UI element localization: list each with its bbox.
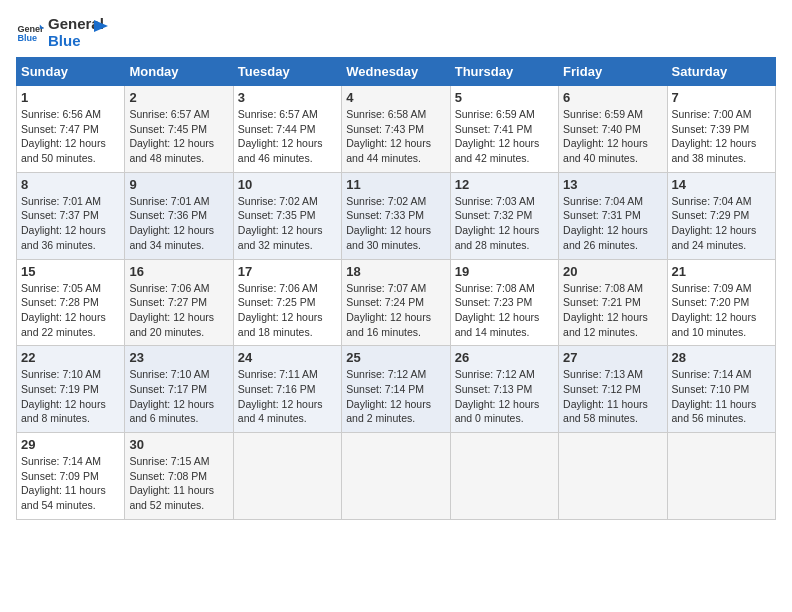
day-detail: Sunrise: 7:03 AMSunset: 7:32 PMDaylight:… [455,195,540,251]
day-cell-9: 9 Sunrise: 7:01 AMSunset: 7:36 PMDayligh… [125,172,233,259]
day-cell-29: 29 Sunrise: 7:14 AMSunset: 7:09 PMDaylig… [17,433,125,520]
day-detail: Sunrise: 7:11 AMSunset: 7:16 PMDaylight:… [238,368,323,424]
day-cell-20: 20 Sunrise: 7:08 AMSunset: 7:21 PMDaylig… [559,259,667,346]
day-detail: Sunrise: 6:57 AMSunset: 7:44 PMDaylight:… [238,108,323,164]
day-detail: Sunrise: 6:59 AMSunset: 7:40 PMDaylight:… [563,108,648,164]
day-detail: Sunrise: 6:56 AMSunset: 7:47 PMDaylight:… [21,108,106,164]
day-cell-17: 17 Sunrise: 7:06 AMSunset: 7:25 PMDaylig… [233,259,341,346]
day-detail: Sunrise: 7:15 AMSunset: 7:08 PMDaylight:… [129,455,214,511]
day-detail: Sunrise: 7:08 AMSunset: 7:23 PMDaylight:… [455,282,540,338]
day-detail: Sunrise: 7:02 AMSunset: 7:35 PMDaylight:… [238,195,323,251]
day-number: 14 [672,177,771,192]
header-friday: Friday [559,58,667,86]
day-cell-14: 14 Sunrise: 7:04 AMSunset: 7:29 PMDaylig… [667,172,775,259]
day-number: 10 [238,177,337,192]
day-cell-24: 24 Sunrise: 7:11 AMSunset: 7:16 PMDaylig… [233,346,341,433]
header-saturday: Saturday [667,58,775,86]
day-cell-11: 11 Sunrise: 7:02 AMSunset: 7:33 PMDaylig… [342,172,450,259]
day-cell-8: 8 Sunrise: 7:01 AMSunset: 7:37 PMDayligh… [17,172,125,259]
day-cell-19: 19 Sunrise: 7:08 AMSunset: 7:23 PMDaylig… [450,259,558,346]
day-cell-4: 4 Sunrise: 6:58 AMSunset: 7:43 PMDayligh… [342,86,450,173]
day-cell-28: 28 Sunrise: 7:14 AMSunset: 7:10 PMDaylig… [667,346,775,433]
day-cell-2: 2 Sunrise: 6:57 AMSunset: 7:45 PMDayligh… [125,86,233,173]
header-tuesday: Tuesday [233,58,341,86]
day-number: 16 [129,264,228,279]
day-detail: Sunrise: 7:12 AMSunset: 7:14 PMDaylight:… [346,368,431,424]
day-number: 5 [455,90,554,105]
header-thursday: Thursday [450,58,558,86]
day-cell-16: 16 Sunrise: 7:06 AMSunset: 7:27 PMDaylig… [125,259,233,346]
day-number: 29 [21,437,120,452]
day-cell-30: 30 Sunrise: 7:15 AMSunset: 7:08 PMDaylig… [125,433,233,520]
day-number: 3 [238,90,337,105]
svg-text:Blue: Blue [17,33,37,43]
day-detail: Sunrise: 7:14 AMSunset: 7:10 PMDaylight:… [672,368,757,424]
day-number: 25 [346,350,445,365]
day-cell-5: 5 Sunrise: 6:59 AMSunset: 7:41 PMDayligh… [450,86,558,173]
day-number: 8 [21,177,120,192]
day-cell-10: 10 Sunrise: 7:02 AMSunset: 7:35 PMDaylig… [233,172,341,259]
day-number: 20 [563,264,662,279]
day-detail: Sunrise: 6:59 AMSunset: 7:41 PMDaylight:… [455,108,540,164]
day-cell-26: 26 Sunrise: 7:12 AMSunset: 7:13 PMDaylig… [450,346,558,433]
day-detail: Sunrise: 7:07 AMSunset: 7:24 PMDaylight:… [346,282,431,338]
day-number: 7 [672,90,771,105]
empty-cell-4-4 [450,433,558,520]
day-number: 15 [21,264,120,279]
day-number: 22 [21,350,120,365]
day-detail: Sunrise: 6:57 AMSunset: 7:45 PMDaylight:… [129,108,214,164]
day-cell-13: 13 Sunrise: 7:04 AMSunset: 7:31 PMDaylig… [559,172,667,259]
logo: General Blue General Blue [16,16,108,49]
day-cell-23: 23 Sunrise: 7:10 AMSunset: 7:17 PMDaylig… [125,346,233,433]
day-number: 23 [129,350,228,365]
day-number: 12 [455,177,554,192]
day-cell-21: 21 Sunrise: 7:09 AMSunset: 7:20 PMDaylig… [667,259,775,346]
day-detail: Sunrise: 7:09 AMSunset: 7:20 PMDaylight:… [672,282,757,338]
day-cell-3: 3 Sunrise: 6:57 AMSunset: 7:44 PMDayligh… [233,86,341,173]
day-cell-7: 7 Sunrise: 7:00 AMSunset: 7:39 PMDayligh… [667,86,775,173]
day-detail: Sunrise: 7:14 AMSunset: 7:09 PMDaylight:… [21,455,106,511]
day-cell-18: 18 Sunrise: 7:07 AMSunset: 7:24 PMDaylig… [342,259,450,346]
day-number: 6 [563,90,662,105]
day-number: 19 [455,264,554,279]
day-number: 1 [21,90,120,105]
day-number: 26 [455,350,554,365]
week-row-2: 8 Sunrise: 7:01 AMSunset: 7:37 PMDayligh… [17,172,776,259]
day-cell-25: 25 Sunrise: 7:12 AMSunset: 7:14 PMDaylig… [342,346,450,433]
day-number: 30 [129,437,228,452]
day-cell-15: 15 Sunrise: 7:05 AMSunset: 7:28 PMDaylig… [17,259,125,346]
day-number: 11 [346,177,445,192]
empty-cell-4-5 [559,433,667,520]
day-detail: Sunrise: 7:01 AMSunset: 7:36 PMDaylight:… [129,195,214,251]
header: General Blue General Blue [16,16,776,49]
day-detail: Sunrise: 7:05 AMSunset: 7:28 PMDaylight:… [21,282,106,338]
day-detail: Sunrise: 7:04 AMSunset: 7:29 PMDaylight:… [672,195,757,251]
week-row-3: 15 Sunrise: 7:05 AMSunset: 7:28 PMDaylig… [17,259,776,346]
calendar-table: SundayMondayTuesdayWednesdayThursdayFrid… [16,57,776,520]
week-row-1: 1 Sunrise: 6:56 AMSunset: 7:47 PMDayligh… [17,86,776,173]
days-header-row: SundayMondayTuesdayWednesdayThursdayFrid… [17,58,776,86]
header-monday: Monday [125,58,233,86]
day-number: 17 [238,264,337,279]
empty-cell-4-3 [342,433,450,520]
week-row-5: 29 Sunrise: 7:14 AMSunset: 7:09 PMDaylig… [17,433,776,520]
header-wednesday: Wednesday [342,58,450,86]
day-detail: Sunrise: 7:10 AMSunset: 7:17 PMDaylight:… [129,368,214,424]
day-number: 28 [672,350,771,365]
day-cell-12: 12 Sunrise: 7:03 AMSunset: 7:32 PMDaylig… [450,172,558,259]
day-detail: Sunrise: 7:08 AMSunset: 7:21 PMDaylight:… [563,282,648,338]
header-sunday: Sunday [17,58,125,86]
day-detail: Sunrise: 7:04 AMSunset: 7:31 PMDaylight:… [563,195,648,251]
day-cell-1: 1 Sunrise: 6:56 AMSunset: 7:47 PMDayligh… [17,86,125,173]
day-number: 2 [129,90,228,105]
day-number: 9 [129,177,228,192]
day-detail: Sunrise: 7:00 AMSunset: 7:39 PMDaylight:… [672,108,757,164]
logo-icon: General Blue [16,19,44,47]
day-detail: Sunrise: 7:02 AMSunset: 7:33 PMDaylight:… [346,195,431,251]
day-detail: Sunrise: 7:01 AMSunset: 7:37 PMDaylight:… [21,195,106,251]
svg-marker-3 [94,20,108,32]
day-number: 27 [563,350,662,365]
day-cell-27: 27 Sunrise: 7:13 AMSunset: 7:12 PMDaylig… [559,346,667,433]
day-number: 21 [672,264,771,279]
day-number: 24 [238,350,337,365]
